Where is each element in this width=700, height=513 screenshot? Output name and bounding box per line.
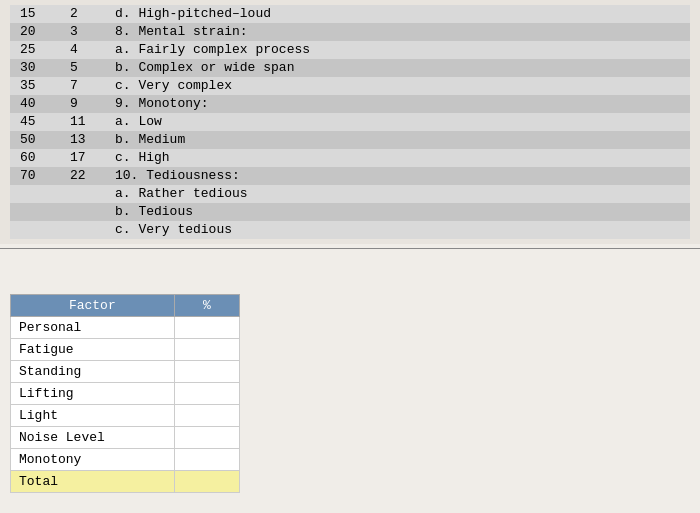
row-num2: 13 — [65, 131, 110, 149]
row-num2: 4 — [65, 41, 110, 59]
data-row: a. Rather tedious — [10, 185, 690, 203]
data-row: 357 c. Very complex — [10, 77, 690, 95]
data-row: 6017 c. High — [10, 149, 690, 167]
divider — [0, 248, 700, 249]
row-text: c. Very tedious — [110, 221, 690, 239]
top-section: 152d. High-pitched–loud2038. Mental stra… — [0, 0, 700, 244]
factor-table: Factor % PersonalFatigueStandingLiftingL… — [10, 294, 240, 493]
row-num1: 15 — [10, 5, 65, 23]
row-num1: 35 — [10, 77, 65, 95]
row-text: c. Very complex — [110, 77, 690, 95]
data-rows: 152d. High-pitched–loud2038. Mental stra… — [10, 5, 690, 239]
pct-cell[interactable] — [174, 383, 239, 405]
row-text: d. High-pitched–loud — [110, 5, 690, 23]
factor-cell: Total — [11, 471, 175, 493]
row-text: 10. Tediousness: — [110, 167, 690, 185]
data-row: 152d. High-pitched–loud — [10, 5, 690, 23]
row-num2: 17 — [65, 149, 110, 167]
factor-cell: Fatigue — [11, 339, 175, 361]
pct-cell[interactable] — [174, 339, 239, 361]
table-row: Standing — [11, 361, 240, 383]
row-text: a. Rather tedious — [110, 185, 690, 203]
table-row: Light — [11, 405, 240, 427]
data-row: 254 a. Fairly complex process — [10, 41, 690, 59]
factor-cell: Personal — [11, 317, 175, 339]
factor-cell: Lifting — [11, 383, 175, 405]
row-num2: 5 — [65, 59, 110, 77]
row-text: c. High — [110, 149, 690, 167]
row-num2 — [65, 221, 110, 239]
row-num1: 25 — [10, 41, 65, 59]
row-num1: 50 — [10, 131, 65, 149]
row-num2 — [65, 185, 110, 203]
data-row: 4099. Monotony: — [10, 95, 690, 113]
row-text: b. Complex or wide span — [110, 59, 690, 77]
row-text: b. Medium — [110, 131, 690, 149]
row-num1 — [10, 221, 65, 239]
row-num1: 45 — [10, 113, 65, 131]
data-row: 305 b. Complex or wide span — [10, 59, 690, 77]
table-row: Fatigue — [11, 339, 240, 361]
data-row: 5013 b. Medium — [10, 131, 690, 149]
table-row: Personal — [11, 317, 240, 339]
row-num2: 7 — [65, 77, 110, 95]
data-row: c. Very tedious — [10, 221, 690, 239]
pct-cell[interactable] — [174, 317, 239, 339]
row-text: a. Fairly complex process — [110, 41, 690, 59]
pct-cell[interactable] — [174, 405, 239, 427]
pct-cell[interactable] — [174, 471, 239, 493]
row-num2: 22 — [65, 167, 110, 185]
factor-cell: Monotony — [11, 449, 175, 471]
table-row: Noise Level — [11, 427, 240, 449]
row-num1: 20 — [10, 23, 65, 41]
pct-cell[interactable] — [174, 449, 239, 471]
pct-cell[interactable] — [174, 427, 239, 449]
factor-cell: Standing — [11, 361, 175, 383]
row-num2: 9 — [65, 95, 110, 113]
row-num1 — [10, 185, 65, 203]
row-text: a. Low — [110, 113, 690, 131]
pct-cell[interactable] — [174, 361, 239, 383]
row-num2: 11 — [65, 113, 110, 131]
data-row: b. Tedious — [10, 203, 690, 221]
data-row: 2038. Mental strain: — [10, 23, 690, 41]
row-num1: 60 — [10, 149, 65, 167]
row-num1: 40 — [10, 95, 65, 113]
data-row: 4511 a. Low — [10, 113, 690, 131]
table-row: Lifting — [11, 383, 240, 405]
row-num1: 70 — [10, 167, 65, 185]
row-num1: 30 — [10, 59, 65, 77]
col-header-pct: % — [174, 295, 239, 317]
row-num1 — [10, 203, 65, 221]
table-row: Total — [11, 471, 240, 493]
row-text: 8. Mental strain: — [110, 23, 690, 41]
factor-cell: Noise Level — [11, 427, 175, 449]
row-num2: 3 — [65, 23, 110, 41]
data-row: 702210. Tediousness: — [10, 167, 690, 185]
col-header-factor: Factor — [11, 295, 175, 317]
table-row: Monotony — [11, 449, 240, 471]
bottom-area: Factor % PersonalFatigueStandingLiftingL… — [10, 294, 240, 493]
row-num2 — [65, 203, 110, 221]
factor-cell: Light — [11, 405, 175, 427]
row-num2: 2 — [65, 5, 110, 23]
row-text: b. Tedious — [110, 203, 690, 221]
row-text: 9. Monotony: — [110, 95, 690, 113]
